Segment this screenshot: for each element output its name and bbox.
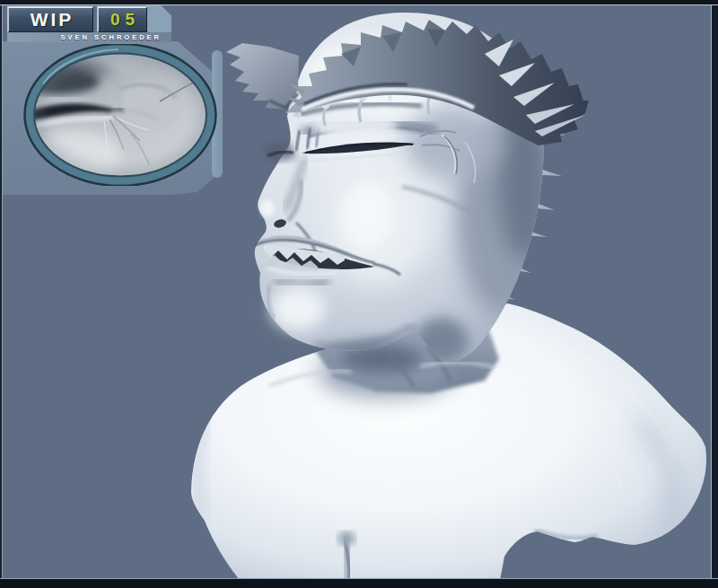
wip-label-box: WIP: [7, 6, 93, 32]
version-number-box: 05: [97, 6, 147, 32]
artwork-canvas: WIP 05 SVEN SCHROEDER: [0, 0, 718, 588]
frame-right: [712, 0, 718, 588]
frame-bottom: [0, 579, 718, 588]
artist-name: SVEN SCHROEDER: [61, 33, 162, 41]
brow-spike-wing: [226, 43, 305, 110]
eye-detail-inset: [23, 44, 217, 186]
frame-left-highlight: [2, 5, 3, 578]
wip-label: WIP: [28, 9, 74, 31]
frame-bottom-highlight: [0, 578, 718, 579]
version-number: 05: [105, 10, 140, 30]
artist-strip: SVEN SCHROEDER: [7, 32, 171, 42]
frame-top-highlight: [0, 4, 718, 5]
frame-right-highlight: [711, 5, 712, 578]
eye-detail-closeup: [23, 44, 217, 186]
